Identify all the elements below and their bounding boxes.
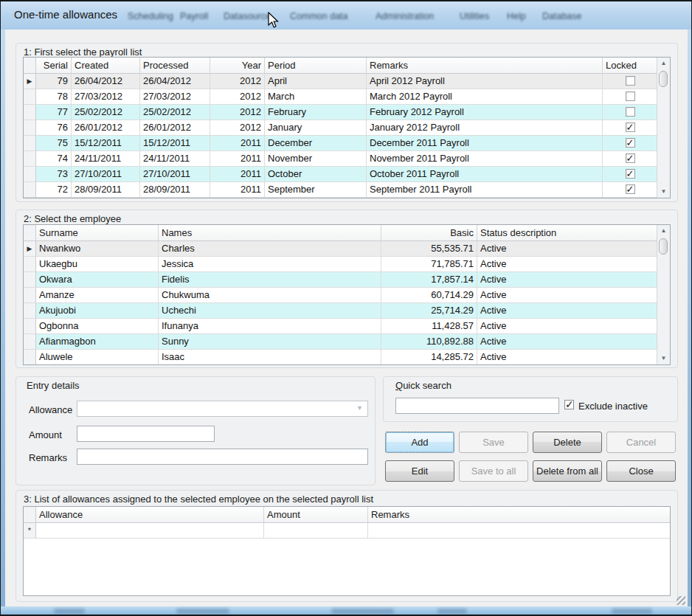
column-header-remarks[interactable]: Remarks: [368, 507, 671, 523]
bgmenu-item-database[interactable]: Database: [542, 11, 582, 21]
payroll-grid[interactable]: ▲ ▼ SerialCreatedProcessedYearPeriodRema…: [23, 57, 671, 198]
locked-checkbox-unchecked[interactable]: [626, 107, 635, 117]
delete-from-all-button[interactable]: Delete from all: [533, 460, 602, 482]
cell-year: 2011: [210, 167, 265, 182]
column-header-allowance[interactable]: Allowance: [36, 507, 264, 523]
locked-checkbox-checked[interactable]: ✓: [626, 138, 635, 148]
table-row[interactable]: 7327/10/201127/10/20112011OctoberOctober…: [24, 167, 670, 182]
locked-checkbox-checked[interactable]: ✓: [626, 122, 635, 132]
table-row[interactable]: OkwaraFidelis17,857.14Active: [24, 272, 670, 288]
row-indicator-cell: *: [24, 523, 36, 539]
table-row[interactable]: AmanzeChukwuma60,714.29Active: [24, 288, 670, 303]
cell-created: 24/11/2011: [72, 151, 140, 167]
column-header-serial[interactable]: Serial: [36, 58, 72, 74]
column-header-period[interactable]: Period: [265, 58, 367, 74]
bgmenu-item-common-data[interactable]: Common data: [290, 11, 348, 21]
titlebar[interactable]: One-time allowances SchedulingPayrollDat…: [1, 1, 691, 30]
locked-checkbox-checked[interactable]: ✓: [626, 169, 635, 179]
allowance-combo[interactable]: ▼: [77, 401, 368, 417]
column-header-locked[interactable]: Locked: [603, 58, 658, 74]
locked-checkbox-checked[interactable]: ✓: [626, 153, 635, 163]
cell-names: Uchechi: [159, 303, 381, 319]
table-row[interactable]: 7626/01/201226/01/20122012JanuaryJanuary…: [24, 120, 670, 136]
table-row[interactable]: 7827/03/201227/03/20122012MarchMarch 201…: [24, 89, 670, 105]
row-indicator-cell: [24, 105, 36, 120]
new-row[interactable]: *: [24, 523, 670, 539]
cell-status: Active: [477, 319, 658, 334]
row-indicator-cell: ▶: [24, 241, 36, 257]
table-row[interactable]: 7228/09/201128/09/20112011SeptemberSepte…: [24, 182, 670, 198]
scroll-down-icon[interactable]: ▼: [657, 353, 670, 364]
column-header-processed[interactable]: Processed: [140, 58, 210, 74]
close-button[interactable]: Close: [606, 460, 676, 482]
cell-remarks: April 2012 Payroll: [367, 74, 603, 89]
quick-search-input[interactable]: [395, 398, 559, 414]
column-header-remarks[interactable]: Remarks: [367, 58, 603, 74]
employee-grid[interactable]: ▲ ▼ SurnameNamesBasicStatus description▶…: [23, 224, 671, 365]
entry-details-title: Entry details: [27, 380, 80, 391]
remarks-label: Remarks: [29, 452, 67, 463]
payroll-group-title: 1: First select the payroll list: [24, 46, 142, 58]
table-row[interactable]: OgbonnaIfunanya11,428.57Active: [24, 319, 670, 334]
row-indicator-header: [24, 507, 36, 523]
scroll-down-icon[interactable]: ▼: [657, 186, 670, 198]
cell-names: Ifunanya: [159, 319, 381, 334]
cell-year: 2012: [210, 105, 265, 120]
table-row[interactable]: 7515/12/201115/12/20112011DecemberDecemb…: [24, 136, 670, 151]
remarks-field[interactable]: [77, 449, 368, 465]
cell-year: 2011: [210, 151, 265, 167]
exclude-inactive-checkbox[interactable]: ✓: [564, 400, 574, 409]
table-row[interactable]: 7725/02/201225/02/20122012FebruaryFebrua…: [24, 105, 670, 120]
table-row[interactable]: AfianmagbonSunny110,892.88Active: [24, 334, 670, 350]
bgmenu-item-scheduling[interactable]: Scheduling: [128, 11, 173, 21]
amount-field[interactable]: [77, 426, 215, 442]
bgmenu-item-help[interactable]: Help: [507, 11, 526, 21]
column-header-names[interactable]: Names: [159, 225, 381, 241]
scroll-thumb[interactable]: [659, 238, 668, 255]
column-header-created[interactable]: Created: [72, 58, 140, 74]
row-indicator-header: [24, 225, 36, 241]
cell-status: Active: [477, 272, 658, 288]
column-header-status-description[interactable]: Status description: [477, 225, 658, 241]
table-row[interactable]: ▶NwankwoCharles55,535.71Active: [24, 241, 670, 257]
scroll-thumb[interactable]: [659, 71, 668, 87]
resize-grip[interactable]: [677, 596, 685, 605]
bgmenu-item-administration[interactable]: Administration: [376, 11, 434, 21]
cell-processed: 24/11/2011: [140, 151, 210, 167]
column-header-surname[interactable]: Surname: [36, 225, 159, 241]
table-row[interactable]: 7424/11/201124/11/20112011NovemberNovemb…: [24, 151, 670, 167]
cell-year: 2012: [210, 74, 265, 89]
bgmenu-item-datasource[interactable]: Datasource: [224, 11, 271, 21]
row-indicator-cell: [24, 151, 36, 167]
edit-button[interactable]: Edit: [385, 460, 454, 482]
allowances-grid[interactable]: AllowanceAmountRemarks*: [23, 506, 671, 596]
cell-locked: [603, 105, 658, 120]
bgmenu-item-utilities[interactable]: Utilities: [460, 11, 489, 21]
bgmenu-item-payroll[interactable]: Payroll: [180, 11, 208, 21]
table-row[interactable]: ▶7926/04/201226/04/20122012AprilApril 20…: [24, 74, 670, 89]
table-row[interactable]: AkujuobiUchechi25,714.29Active: [24, 303, 670, 319]
column-header-year[interactable]: Year: [210, 58, 265, 74]
row-indicator-cell: [24, 288, 36, 303]
cell-serial: 79: [36, 74, 72, 89]
scroll-up-icon[interactable]: ▲: [657, 225, 670, 237]
employee-group-title: 2: Select the employee: [24, 213, 121, 224]
employee-grid-scrollbar[interactable]: ▲ ▼: [657, 225, 670, 364]
chevron-down-icon[interactable]: ▼: [356, 404, 363, 412]
delete-button[interactable]: Delete: [533, 432, 602, 453]
add-button[interactable]: Add: [385, 432, 454, 453]
column-header-amount[interactable]: Amount: [264, 507, 368, 523]
new-row-asterisk-icon: *: [24, 523, 35, 538]
locked-checkbox-checked[interactable]: ✓: [626, 184, 635, 194]
cell-created: 26/04/2012: [72, 74, 140, 89]
table-row[interactable]: UkaegbuJessica71,785.71Active: [24, 257, 670, 272]
locked-checkbox-unchecked[interactable]: [626, 76, 635, 86]
locked-checkbox-unchecked[interactable]: [626, 91, 635, 101]
payroll-grid-scrollbar[interactable]: ▲ ▼: [657, 58, 670, 198]
scroll-up-icon[interactable]: ▲: [657, 58, 670, 69]
cell-created: 27/03/2012: [72, 89, 140, 105]
cell-names: Isaac: [159, 350, 381, 365]
row-indicator-cell: [24, 350, 36, 365]
column-header-basic[interactable]: Basic: [381, 225, 477, 241]
table-row[interactable]: AluweleIsaac14,285.72Active: [24, 350, 670, 365]
